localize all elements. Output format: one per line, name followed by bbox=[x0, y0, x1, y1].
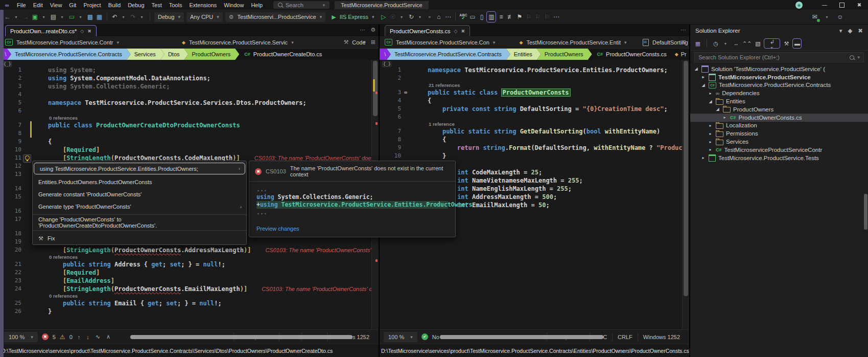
outlining-icon[interactable]: {̣} bbox=[3, 61, 12, 67]
chevron-expanded-icon[interactable]: ◢ bbox=[700, 83, 706, 87]
switch-views-icon[interactable]: ▦ bbox=[694, 39, 702, 48]
breadcrumb-next-segment[interactable]: ◆Pr bbox=[675, 51, 687, 57]
format-document-icon[interactable]: ∿ bbox=[95, 333, 101, 340]
startup-project-dropdown[interactable]: ⚙TestMicroservi...ProductService▾ bbox=[225, 12, 325, 22]
bookmark-overflow-button[interactable]: ⋯ bbox=[552, 12, 560, 22]
collapse-status-icon[interactable]: ∧ bbox=[105, 333, 111, 340]
warning-count[interactable]: 0 bbox=[69, 334, 73, 340]
type-dropdown[interactable]: ◆ TestMicroservice.ProductService.Servic… bbox=[177, 36, 338, 48]
lightbulb-icon[interactable] bbox=[23, 154, 31, 163]
code-line[interactable]: 22 [Required] bbox=[0, 269, 379, 277]
chevron-collapsed-icon[interactable]: ▸ bbox=[708, 131, 713, 136]
tab-overflow-icon[interactable]: ⋯ bbox=[681, 27, 686, 33]
navigate-forward-button[interactable]: → bbox=[21, 12, 30, 22]
warning-count-icon[interactable]: ⚠ bbox=[60, 333, 65, 341]
tab-productownercreatedto[interactable]: ProductOwn...reateDto.cs* ◇ ✖ bbox=[5, 25, 97, 36]
tree-item-permissions[interactable]: ▸Permissions bbox=[690, 129, 868, 138]
project-dropdown[interactable]: C# TestMicroservice.ProductService.Con▾ bbox=[380, 36, 514, 48]
solution-platform-dropdown[interactable]: Any CPU▾ bbox=[186, 12, 223, 22]
split-window-icon[interactable]: ⊞ bbox=[682, 39, 686, 46]
uncomment-button[interactable]: ▯ bbox=[477, 12, 486, 22]
menu-item-edit[interactable]: Edit bbox=[30, 1, 46, 9]
code-line[interactable]: 4{ bbox=[380, 97, 689, 105]
horizontal-scrollbar-thumb[interactable] bbox=[130, 335, 353, 339]
menu-item-project[interactable]: Project bbox=[80, 1, 104, 9]
sync-with-active-document-icon[interactable]: ↲▾ bbox=[764, 38, 780, 49]
chevron-collapsed-icon[interactable]: ▸ bbox=[722, 115, 728, 120]
code-line[interactable]: 1using System; bbox=[0, 66, 379, 74]
next-issue-icon[interactable]: ↓ bbox=[85, 334, 90, 340]
tab-productownerconsts[interactable]: ProductOwnerConsts.cs ◇ ✖ bbox=[385, 25, 470, 36]
preview-changes-link[interactable]: Preview changes bbox=[256, 226, 299, 232]
menu-item-build[interactable]: Build bbox=[105, 1, 124, 9]
codelens-references[interactable]: 0 references bbox=[0, 254, 379, 260]
encoding-mode[interactable]: Windows 1252 bbox=[638, 332, 685, 341]
code-line[interactable]: 8 bbox=[0, 129, 379, 138]
code-line[interactable]: 6 bbox=[380, 113, 689, 121]
zoom-control[interactable]: 100 %▾ bbox=[384, 332, 417, 342]
previous-bookmark-button[interactable]: ⚐ bbox=[524, 12, 533, 22]
minimize-button[interactable]: — bbox=[816, 0, 833, 10]
code-line[interactable]: 3∞public static class ProductOwnerConsts bbox=[380, 88, 689, 97]
spell-checker-button[interactable]: ABC✔ bbox=[459, 12, 467, 22]
tab-overflow-icon[interactable]: ⋯ bbox=[360, 27, 365, 33]
code-line[interactable]: 1namespace TestMicroservice.ProductServi… bbox=[380, 66, 689, 74]
redo-button[interactable]: ↷ bbox=[129, 12, 137, 22]
chevron-collapsed-icon[interactable]: ▸ bbox=[708, 123, 713, 128]
breadcrumb-segment[interactable]: ProductOwners bbox=[537, 49, 592, 60]
breadcrumb-file[interactable]: C#ProductOwnerConsts.cs bbox=[592, 51, 667, 57]
outlining-icon[interactable]: {̣} bbox=[382, 61, 391, 67]
properties-icon[interactable]: ⚒ bbox=[782, 39, 790, 48]
tree-item-testmicroservice-productservic[interactable]: ▸TestMicroservice.ProductService.Tests bbox=[690, 154, 868, 162]
preview-selected-items-icon[interactable]: ▬ bbox=[792, 38, 802, 49]
pin-icon[interactable]: ◇ bbox=[454, 29, 458, 34]
menu-item-git[interactable]: Git bbox=[65, 1, 80, 9]
quick-fix-item[interactable]: Entities.ProductOwners.ProductOwnerConst… bbox=[33, 176, 246, 188]
breadcrumb-segment[interactable]: Entities bbox=[506, 49, 541, 60]
project-dropdown[interactable]: C# TestMicroservice.ProductService.Contr… bbox=[0, 36, 177, 48]
chevron-collapsed-icon[interactable]: ▸ bbox=[708, 147, 713, 152]
no-issues-icon[interactable]: ✔ bbox=[421, 333, 428, 340]
breadcrumb-segment[interactable]: Services bbox=[127, 49, 165, 60]
comment-button[interactable]: ▭ bbox=[468, 12, 477, 22]
error-count[interactable]: 5 bbox=[53, 334, 56, 340]
code-line[interactable]: 26} bbox=[0, 307, 379, 316]
zoom-control[interactable]: 100 %▾ bbox=[4, 332, 38, 342]
code-line[interactable]: 9 return string.Format(DefaultSorting, w… bbox=[380, 144, 689, 152]
code-line[interactable]: 10 [Required] bbox=[0, 146, 379, 154]
increase-indent-button[interactable]: ≢ bbox=[506, 12, 514, 22]
close-button[interactable]: ✖ bbox=[851, 0, 868, 10]
collapse-all-icon[interactable]: ⌃⌃ bbox=[742, 39, 752, 48]
clear-bookmarks-button[interactable]: ⚐ bbox=[543, 12, 551, 22]
right-editor-scrollbar[interactable] bbox=[682, 60, 689, 329]
codelens-references[interactable]: 21 references bbox=[380, 82, 689, 88]
codelens-references[interactable]: 0 references bbox=[0, 293, 379, 299]
document-outline-button[interactable]: ▥ bbox=[486, 11, 496, 23]
code-line[interactable]: 25 public string Emaiil { get; set; } = … bbox=[0, 299, 379, 307]
split-window-icon[interactable]: ⊞ bbox=[371, 39, 376, 46]
code-line[interactable]: 20 [StringLength(ProductOwnerConsts.Addr… bbox=[0, 246, 379, 254]
decrease-indent-button[interactable]: ≡ bbox=[497, 12, 505, 22]
chevron-expanded-icon[interactable]: ◢ bbox=[715, 107, 720, 111]
code-line[interactable]: 5 private const string DefaultSorting = … bbox=[380, 105, 689, 113]
new-project-button[interactable]: ▣ bbox=[31, 12, 39, 22]
quick-fix-item[interactable]: Change 'ProductOwnerConsts' to 'ProductO… bbox=[33, 216, 246, 229]
chevron-collapsed-icon[interactable]: ▸ bbox=[708, 91, 713, 96]
menu-item-tools[interactable]: Tools bbox=[166, 1, 186, 9]
code-line[interactable]: 3using System.Collections.Generic; bbox=[0, 82, 379, 91]
close-panel-icon[interactable]: ✖ bbox=[858, 27, 863, 34]
refresh-button[interactable]: ↻ bbox=[407, 12, 415, 22]
horizontal-scrollbar-thumb[interactable] bbox=[440, 335, 603, 339]
error-count-icon[interactable]: ✖ bbox=[42, 333, 49, 340]
account-avatar[interactable]: ◈ bbox=[795, 2, 803, 9]
tree-item-productownerconsts-cs[interactable]: ▸C#ProductOwnerConsts.cs bbox=[690, 114, 868, 122]
tree-item-services[interactable]: ▸Services bbox=[690, 138, 868, 146]
send-feedback-icon[interactable]: ✉ bbox=[810, 12, 819, 22]
navbar-chevron-icon[interactable]: ▾ bbox=[363, 39, 366, 46]
search-box[interactable]: Search ▾ bbox=[273, 1, 330, 9]
solution-explorer-search-box[interactable]: Search Solution Explorer (Ctrl+;) ▾ bbox=[694, 52, 864, 62]
quick-fix-item[interactable]: using TestMicroservice.ProductService.En… bbox=[34, 163, 245, 174]
save-button[interactable]: ▩ bbox=[86, 12, 95, 22]
breadcrumb-file[interactable]: C#ProductOwnerCreateDto.cs bbox=[239, 51, 322, 57]
code-line[interactable]: 7 public static string GetDefaultSorting… bbox=[380, 127, 689, 136]
